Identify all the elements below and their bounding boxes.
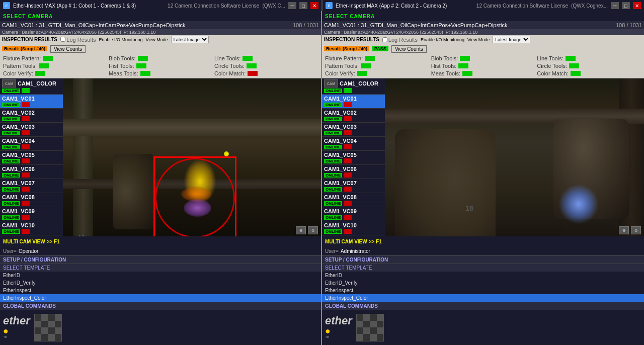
tool-meas: Meas Tools: (109, 69, 212, 77)
window1-minimize-btn[interactable]: ─ (288, 2, 296, 9)
p2-cam-item-vc02[interactable]: CAM1_VC02 ONLINE (322, 109, 385, 123)
template-etherid-verify[interactable]: EtherID_Verify (0, 279, 321, 287)
window2-minimize-btn[interactable]: ─ (611, 2, 619, 9)
panel2-icon-btn-2[interactable]: ⊘ (631, 226, 641, 234)
p2-tool-hist: Hist Tools: (431, 62, 535, 69)
panel1-bottom-icons: ⊕ ⊘ (296, 226, 318, 234)
panel2-camera-info: Camera : Basler acA2440-20acGVI 2464x205… (322, 29, 644, 35)
panel1-multi-cam[interactable]: MULTI CAM VIEW >> F1 (3, 239, 60, 244)
p2-cam-item-color[interactable]: CAM CAM1_COLOR ONLINE (322, 78, 385, 95)
cam1-color-green (22, 88, 30, 93)
panel1-log-checkbox[interactable] (60, 37, 65, 42)
cam-item-vc04[interactable]: CAM1_VC04 ONLINE (0, 137, 63, 151)
panel2-global-commands-btn[interactable]: GLOBAL COMMANDS (322, 302, 644, 310)
panel2-bottom-icons: ⊕ ⊘ (619, 226, 641, 234)
p2-tool-pattern: Pattern Tools: (325, 62, 429, 69)
cam-item-vc10[interactable]: CAM1_VC10 ONLINE (0, 221, 63, 235)
p2-cam-item-vc10[interactable]: CAM1_VC10 ONLINE (322, 221, 385, 235)
tool-pattern: Pattern Tools: (3, 62, 107, 69)
panel2-header: SELECT CAMERA (322, 11, 644, 21)
panel2-icon-btn-1[interactable]: ⊕ (619, 226, 629, 234)
color-match-indicator (248, 71, 258, 76)
template-etherinspect-color[interactable]: EtherInspect_Color (0, 294, 321, 302)
cam-item-vc03[interactable]: CAM1_VC03 ONLINE (0, 123, 63, 137)
p2-template-etherid-verify[interactable]: EtherID_Verify (322, 279, 644, 287)
panel2-logo-icon (356, 314, 384, 341)
p2-tool-circle: Circle Tools: (537, 62, 641, 69)
p2-cam-item-vc04[interactable]: CAM1_VC04 ONLINE (322, 137, 385, 151)
panel2-user-label: User= (325, 248, 339, 254)
p2-cam-item-vc01[interactable]: CAM1_VC01 ONLINE (322, 95, 385, 109)
p2-tool-blob: Blob Tools: (431, 54, 535, 62)
p2-cam-item-vc05[interactable]: CAM1_VC05 ONLINE (322, 151, 385, 165)
app-icon-1: E (3, 2, 10, 9)
panel1-select-template-header: SELECT TEMPLATE (0, 264, 321, 272)
panel1-user: Operator (19, 248, 38, 254)
cam-item-color[interactable]: CAM CAM1_COLOR ONLINE (0, 78, 63, 95)
tool-color-match: Color Match: (214, 69, 318, 77)
cam1-vc01-name: CAM1_VC01 (2, 96, 61, 102)
panel1-view-counts-btn[interactable]: View Counts (50, 45, 86, 53)
panel2-view-mode-select[interactable]: Latest Image (493, 36, 530, 43)
tool-circle: Circle Tools: (214, 62, 318, 69)
panel2-template-list: EtherID EtherID_Verify EtherInspect Ethe… (322, 272, 644, 302)
panel2-select-camera-label: SELECT CAMERA (325, 14, 375, 19)
p2-template-etherid[interactable]: EtherID (322, 272, 644, 279)
window2-qwx: (QWX Cognex... (571, 3, 608, 9)
cam1-vc01-status: ONLINE (2, 103, 20, 107)
panel1-logo-circle: ● (3, 326, 9, 335)
p2-cam1-icon: CAM (324, 79, 338, 88)
cam-item-vc06[interactable]: CAM1_VC06 ONLINE (0, 165, 63, 179)
window2-maximize-btn[interactable]: □ (622, 2, 630, 9)
tool-fixture-pattern: Fixture Pattern: (3, 54, 107, 62)
panel1-view-mode-label: View Mode (145, 37, 168, 42)
panel2-view-counts-btn[interactable]: View Counts (391, 45, 427, 53)
tool-blob: Blob Tools: (109, 54, 212, 62)
panel1-camera-name: CAM1_VC01 : 31_GTDI_Man_OilCap+IntCamPos… (2, 22, 186, 28)
p2-cam-item-vc07[interactable]: CAM1_VC07 ONLINE (322, 179, 385, 193)
panel1-template-list: EtherID EtherID_Verify EtherInspect Ethe… (0, 272, 321, 302)
cam-item-vc05[interactable]: CAM1_VC05 ONLINE (0, 151, 63, 165)
p2-tool-line: Line Tools: (537, 54, 641, 62)
panel1-view-mode-select[interactable]: Latest Image (171, 36, 209, 43)
cam-item-vc08[interactable]: CAM1_VC08 ONLINE (0, 193, 63, 207)
panel1-user-bar: User= Operator (0, 246, 321, 255)
p2-cam-item-vc03[interactable]: CAM1_VC03 ONLINE (322, 123, 385, 137)
cam-item-vc02[interactable]: CAM1_VC02 ONLINE (0, 109, 63, 123)
panel2-multi-cam[interactable]: MULTI CAM VIEW >> F1 (325, 239, 382, 244)
template-etherinspect[interactable]: EtherInspect (0, 287, 321, 294)
cam-item-vc09[interactable]: CAM1_VC09 ONLINE (0, 207, 63, 221)
p2-cam-item-vc06[interactable]: CAM1_VC06 ONLINE (322, 165, 385, 179)
color-verify-indicator (35, 71, 45, 76)
panel2-inspection-label: INSPECTION RESULTS (324, 37, 379, 42)
panel1-icon-btn-1[interactable]: ⊕ (296, 226, 306, 234)
p2-template-etherinspect[interactable]: EtherInspect (322, 287, 644, 294)
window1-close-btn[interactable]: ✕ (310, 2, 318, 9)
panel2-logo-tm: ™ (325, 335, 329, 340)
panel2-camera-image: 18 (385, 78, 644, 236)
panel1-image-area: 18 ⊕ ⊘ (63, 78, 321, 236)
p2-cam-item-vc09[interactable]: CAM1_VC09 ONLINE (322, 207, 385, 221)
cam-item-vc07[interactable]: CAM1_VC07 ONLINE (0, 179, 63, 193)
panel2-log-checkbox-label: Log Results (382, 37, 418, 43)
panel1-log-checkbox-label: Log Results (60, 37, 96, 43)
panel1-icon-btn-2[interactable]: ⊘ (308, 226, 318, 234)
pattern-indicator (39, 63, 49, 68)
template-etherid[interactable]: EtherID (0, 272, 321, 279)
p2-template-etherinspect-color[interactable]: EtherInspect_Color (322, 294, 644, 302)
panel1-global-commands-btn[interactable]: GLOBAL COMMANDS (0, 302, 321, 310)
window1-titlebar: E Ether-Inspect MAX (App # 1: Cobot 1 - … (0, 0, 323, 11)
cam-item-vc01[interactable]: CAM1_VC01 ONLINE (0, 95, 63, 109)
window2-close-btn[interactable]: ✕ (633, 2, 641, 9)
p2-engine-bg (385, 78, 644, 236)
window1-maximize-btn[interactable]: □ (299, 2, 307, 9)
panel1-logo-icon (34, 314, 62, 341)
blob-indicator (138, 56, 148, 61)
panel2-camera-sidebar: CAM CAM1_COLOR ONLINE CAM1_VC01 ONLINE (322, 78, 385, 236)
window2-license: 12 Camera Connection Software License (476, 3, 568, 9)
purple-blob (184, 199, 211, 217)
line-indicator (243, 56, 253, 61)
window2-title: Ether-Inspect MAX (App # 2: Cobot 2 - Ca… (336, 3, 473, 9)
panel2-log-checkbox[interactable] (382, 37, 387, 42)
p2-cam-item-vc08[interactable]: CAM1_VC08 ONLINE (322, 193, 385, 207)
